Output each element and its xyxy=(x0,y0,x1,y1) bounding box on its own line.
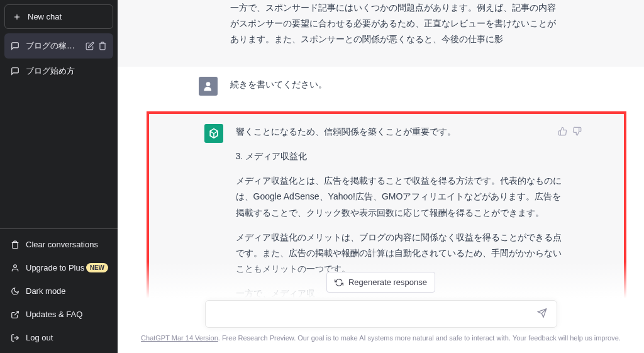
send-button[interactable] xyxy=(535,306,550,323)
logout-label: Log out xyxy=(26,333,53,342)
send-icon xyxy=(537,308,547,318)
logout-button[interactable]: Log out xyxy=(4,326,113,349)
user-avatar xyxy=(199,77,218,96)
message-text: 続きを書いてください。 xyxy=(230,77,564,92)
clear-conversations-button[interactable]: Clear conversations xyxy=(4,233,113,256)
message-text: 3. メディア収益化 xyxy=(236,148,569,164)
thumbs-down-icon[interactable] xyxy=(572,126,582,136)
footer-note: ChatGPT Mar 14 Version. Free Research Pr… xyxy=(118,334,644,342)
assistant-message: 一方で、スポンサード記事にはいくつかの問題点があります。例えば、記事の内容がスポ… xyxy=(118,0,644,67)
input-area: Regenerate response ChatGPT Mar 14 Versi… xyxy=(118,262,644,353)
plus-icon xyxy=(13,13,21,21)
upgrade-label: Upgrade to Plus xyxy=(26,263,84,272)
sidebar-bottom: Clear conversations Upgrade to Plus NEW … xyxy=(0,228,118,353)
chat-list: ブログの稼ぎ方 ブログ始め方 xyxy=(0,33,118,228)
clear-label: Clear conversations xyxy=(26,240,98,249)
external-link-icon xyxy=(11,310,19,319)
svg-line-3 xyxy=(14,311,18,315)
version-link[interactable]: ChatGPT Mar 14 Version xyxy=(141,334,218,342)
message-icon xyxy=(11,67,19,76)
message-text: 響くことになるため、信頼関係を築くことが重要です。 xyxy=(236,124,569,140)
sidebar: New chat ブログの稼ぎ方 ブログ始め方 Clear conversati… xyxy=(0,0,118,353)
feedback-buttons xyxy=(558,126,582,136)
regenerate-label: Regenerate response xyxy=(348,277,427,287)
chat-item-label: ブログ始め方 xyxy=(26,65,107,77)
regenerate-button[interactable]: Regenerate response xyxy=(326,272,435,293)
thumbs-up-icon[interactable] xyxy=(558,126,567,136)
avatar-icon xyxy=(202,80,214,92)
faq-label: Updates & FAQ xyxy=(26,310,82,319)
new-chat-label: New chat xyxy=(28,12,62,21)
user-message: 続きを書いてください。 xyxy=(118,67,644,111)
message-text: メディア収益化とは、広告を掲載することで収益を得る方法です。代表的なものには、G… xyxy=(236,173,569,221)
openai-icon xyxy=(208,127,220,140)
message-icon xyxy=(11,42,19,50)
message-text: 一方で、スポンサード記事にはいくつかの問題点があります。例えば、記事の内容がスポ… xyxy=(230,0,564,48)
dark-label: Dark mode xyxy=(26,286,66,296)
trash-icon[interactable] xyxy=(98,42,107,50)
footer-text: . Free Research Preview. Our goal is to … xyxy=(218,334,621,342)
ai-avatar xyxy=(204,124,223,143)
upgrade-button[interactable]: Upgrade to Plus NEW xyxy=(4,256,113,279)
refresh-icon xyxy=(335,278,343,287)
user-icon xyxy=(11,264,19,272)
logout-icon xyxy=(11,333,19,342)
trash-icon xyxy=(11,240,19,249)
updates-faq-button[interactable]: Updates & FAQ xyxy=(4,303,113,326)
chat-item[interactable]: ブログ始め方 xyxy=(4,59,113,84)
moon-icon xyxy=(11,287,19,296)
new-badge: NEW xyxy=(86,263,108,272)
svg-point-5 xyxy=(206,82,210,86)
chat-item[interactable]: ブログの稼ぎ方 xyxy=(4,33,113,59)
chat-input[interactable] xyxy=(205,300,557,328)
svg-point-2 xyxy=(14,264,17,267)
new-chat-button[interactable]: New chat xyxy=(4,4,113,29)
dark-mode-button[interactable]: Dark mode xyxy=(4,279,113,303)
main-content: 一方で、スポンサード記事にはいくつかの問題点があります。例えば、記事の内容がスポ… xyxy=(118,0,644,353)
chat-item-label: ブログの稼ぎ方 xyxy=(26,40,79,52)
edit-icon[interactable] xyxy=(86,42,94,50)
